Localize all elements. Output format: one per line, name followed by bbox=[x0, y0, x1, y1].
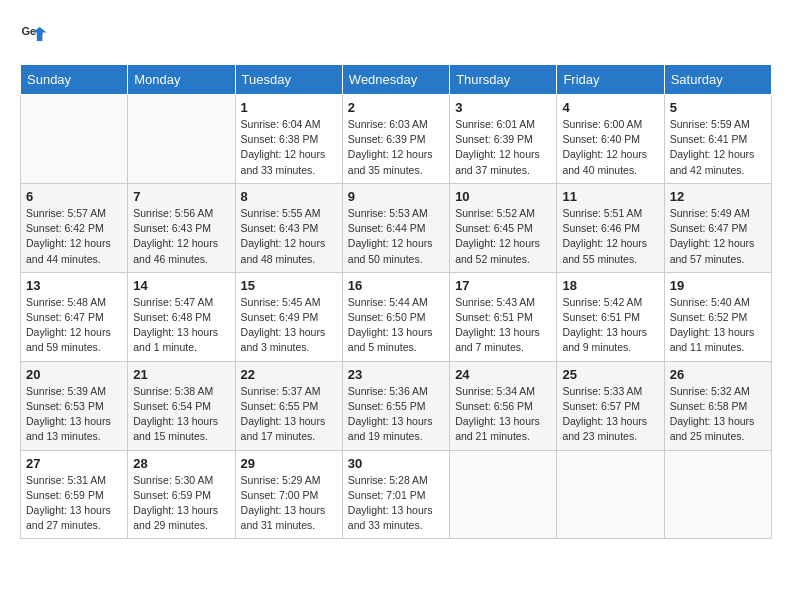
logo: Gen bbox=[20, 20, 52, 48]
day-cell: 7Sunrise: 5:56 AM Sunset: 6:43 PM Daylig… bbox=[128, 183, 235, 272]
day-number: 4 bbox=[562, 100, 658, 115]
day-info: Sunrise: 5:51 AM Sunset: 6:46 PM Dayligh… bbox=[562, 206, 658, 267]
day-cell: 17Sunrise: 5:43 AM Sunset: 6:51 PM Dayli… bbox=[450, 272, 557, 361]
day-cell: 26Sunrise: 5:32 AM Sunset: 6:58 PM Dayli… bbox=[664, 361, 771, 450]
week-row-1: 1Sunrise: 6:04 AM Sunset: 6:38 PM Daylig… bbox=[21, 95, 772, 184]
day-number: 16 bbox=[348, 278, 444, 293]
day-info: Sunrise: 6:04 AM Sunset: 6:38 PM Dayligh… bbox=[241, 117, 337, 178]
day-number: 12 bbox=[670, 189, 766, 204]
day-cell: 1Sunrise: 6:04 AM Sunset: 6:38 PM Daylig… bbox=[235, 95, 342, 184]
day-number: 18 bbox=[562, 278, 658, 293]
day-number: 6 bbox=[26, 189, 122, 204]
day-number: 28 bbox=[133, 456, 229, 471]
day-info: Sunrise: 5:49 AM Sunset: 6:47 PM Dayligh… bbox=[670, 206, 766, 267]
day-info: Sunrise: 5:33 AM Sunset: 6:57 PM Dayligh… bbox=[562, 384, 658, 445]
day-cell: 24Sunrise: 5:34 AM Sunset: 6:56 PM Dayli… bbox=[450, 361, 557, 450]
day-number: 22 bbox=[241, 367, 337, 382]
week-row-3: 13Sunrise: 5:48 AM Sunset: 6:47 PM Dayli… bbox=[21, 272, 772, 361]
day-info: Sunrise: 5:43 AM Sunset: 6:51 PM Dayligh… bbox=[455, 295, 551, 356]
day-cell bbox=[557, 450, 664, 539]
day-cell: 9Sunrise: 5:53 AM Sunset: 6:44 PM Daylig… bbox=[342, 183, 449, 272]
day-info: Sunrise: 5:48 AM Sunset: 6:47 PM Dayligh… bbox=[26, 295, 122, 356]
day-cell bbox=[450, 450, 557, 539]
day-number: 15 bbox=[241, 278, 337, 293]
day-cell: 21Sunrise: 5:38 AM Sunset: 6:54 PM Dayli… bbox=[128, 361, 235, 450]
day-cell: 11Sunrise: 5:51 AM Sunset: 6:46 PM Dayli… bbox=[557, 183, 664, 272]
day-cell: 22Sunrise: 5:37 AM Sunset: 6:55 PM Dayli… bbox=[235, 361, 342, 450]
day-number: 8 bbox=[241, 189, 337, 204]
col-header-wednesday: Wednesday bbox=[342, 65, 449, 95]
day-info: Sunrise: 5:42 AM Sunset: 6:51 PM Dayligh… bbox=[562, 295, 658, 356]
day-info: Sunrise: 5:37 AM Sunset: 6:55 PM Dayligh… bbox=[241, 384, 337, 445]
day-number: 13 bbox=[26, 278, 122, 293]
col-header-saturday: Saturday bbox=[664, 65, 771, 95]
day-cell: 10Sunrise: 5:52 AM Sunset: 6:45 PM Dayli… bbox=[450, 183, 557, 272]
day-cell: 14Sunrise: 5:47 AM Sunset: 6:48 PM Dayli… bbox=[128, 272, 235, 361]
col-header-tuesday: Tuesday bbox=[235, 65, 342, 95]
day-cell: 3Sunrise: 6:01 AM Sunset: 6:39 PM Daylig… bbox=[450, 95, 557, 184]
day-number: 5 bbox=[670, 100, 766, 115]
day-number: 11 bbox=[562, 189, 658, 204]
day-info: Sunrise: 5:47 AM Sunset: 6:48 PM Dayligh… bbox=[133, 295, 229, 356]
day-number: 9 bbox=[348, 189, 444, 204]
day-cell: 4Sunrise: 6:00 AM Sunset: 6:40 PM Daylig… bbox=[557, 95, 664, 184]
day-info: Sunrise: 5:38 AM Sunset: 6:54 PM Dayligh… bbox=[133, 384, 229, 445]
day-info: Sunrise: 5:44 AM Sunset: 6:50 PM Dayligh… bbox=[348, 295, 444, 356]
day-info: Sunrise: 5:32 AM Sunset: 6:58 PM Dayligh… bbox=[670, 384, 766, 445]
calendar-table: SundayMondayTuesdayWednesdayThursdayFrid… bbox=[20, 64, 772, 539]
day-cell: 23Sunrise: 5:36 AM Sunset: 6:55 PM Dayli… bbox=[342, 361, 449, 450]
day-cell: 12Sunrise: 5:49 AM Sunset: 6:47 PM Dayli… bbox=[664, 183, 771, 272]
day-number: 26 bbox=[670, 367, 766, 382]
day-info: Sunrise: 5:57 AM Sunset: 6:42 PM Dayligh… bbox=[26, 206, 122, 267]
day-number: 14 bbox=[133, 278, 229, 293]
day-number: 29 bbox=[241, 456, 337, 471]
col-header-thursday: Thursday bbox=[450, 65, 557, 95]
day-info: Sunrise: 5:56 AM Sunset: 6:43 PM Dayligh… bbox=[133, 206, 229, 267]
day-number: 27 bbox=[26, 456, 122, 471]
day-info: Sunrise: 5:52 AM Sunset: 6:45 PM Dayligh… bbox=[455, 206, 551, 267]
day-cell: 28Sunrise: 5:30 AM Sunset: 6:59 PM Dayli… bbox=[128, 450, 235, 539]
day-cell: 8Sunrise: 5:55 AM Sunset: 6:43 PM Daylig… bbox=[235, 183, 342, 272]
logo-icon: Gen bbox=[20, 20, 48, 48]
day-info: Sunrise: 5:31 AM Sunset: 6:59 PM Dayligh… bbox=[26, 473, 122, 534]
day-info: Sunrise: 5:30 AM Sunset: 6:59 PM Dayligh… bbox=[133, 473, 229, 534]
day-cell: 5Sunrise: 5:59 AM Sunset: 6:41 PM Daylig… bbox=[664, 95, 771, 184]
day-info: Sunrise: 6:00 AM Sunset: 6:40 PM Dayligh… bbox=[562, 117, 658, 178]
day-cell bbox=[664, 450, 771, 539]
day-number: 3 bbox=[455, 100, 551, 115]
day-number: 10 bbox=[455, 189, 551, 204]
day-cell: 29Sunrise: 5:29 AM Sunset: 7:00 PM Dayli… bbox=[235, 450, 342, 539]
day-cell bbox=[21, 95, 128, 184]
day-cell: 19Sunrise: 5:40 AM Sunset: 6:52 PM Dayli… bbox=[664, 272, 771, 361]
week-row-4: 20Sunrise: 5:39 AM Sunset: 6:53 PM Dayli… bbox=[21, 361, 772, 450]
day-number: 1 bbox=[241, 100, 337, 115]
day-number: 24 bbox=[455, 367, 551, 382]
day-cell: 25Sunrise: 5:33 AM Sunset: 6:57 PM Dayli… bbox=[557, 361, 664, 450]
day-cell: 27Sunrise: 5:31 AM Sunset: 6:59 PM Dayli… bbox=[21, 450, 128, 539]
day-info: Sunrise: 6:01 AM Sunset: 6:39 PM Dayligh… bbox=[455, 117, 551, 178]
day-info: Sunrise: 6:03 AM Sunset: 6:39 PM Dayligh… bbox=[348, 117, 444, 178]
day-cell: 6Sunrise: 5:57 AM Sunset: 6:42 PM Daylig… bbox=[21, 183, 128, 272]
day-number: 23 bbox=[348, 367, 444, 382]
col-header-friday: Friday bbox=[557, 65, 664, 95]
day-cell bbox=[128, 95, 235, 184]
col-header-sunday: Sunday bbox=[21, 65, 128, 95]
day-number: 7 bbox=[133, 189, 229, 204]
week-row-2: 6Sunrise: 5:57 AM Sunset: 6:42 PM Daylig… bbox=[21, 183, 772, 272]
day-info: Sunrise: 5:40 AM Sunset: 6:52 PM Dayligh… bbox=[670, 295, 766, 356]
day-cell: 20Sunrise: 5:39 AM Sunset: 6:53 PM Dayli… bbox=[21, 361, 128, 450]
day-info: Sunrise: 5:53 AM Sunset: 6:44 PM Dayligh… bbox=[348, 206, 444, 267]
day-number: 21 bbox=[133, 367, 229, 382]
day-info: Sunrise: 5:59 AM Sunset: 6:41 PM Dayligh… bbox=[670, 117, 766, 178]
day-number: 2 bbox=[348, 100, 444, 115]
day-info: Sunrise: 5:39 AM Sunset: 6:53 PM Dayligh… bbox=[26, 384, 122, 445]
day-info: Sunrise: 5:36 AM Sunset: 6:55 PM Dayligh… bbox=[348, 384, 444, 445]
day-cell: 30Sunrise: 5:28 AM Sunset: 7:01 PM Dayli… bbox=[342, 450, 449, 539]
day-info: Sunrise: 5:55 AM Sunset: 6:43 PM Dayligh… bbox=[241, 206, 337, 267]
day-cell: 13Sunrise: 5:48 AM Sunset: 6:47 PM Dayli… bbox=[21, 272, 128, 361]
day-number: 30 bbox=[348, 456, 444, 471]
day-number: 19 bbox=[670, 278, 766, 293]
day-number: 20 bbox=[26, 367, 122, 382]
week-row-5: 27Sunrise: 5:31 AM Sunset: 6:59 PM Dayli… bbox=[21, 450, 772, 539]
day-cell: 2Sunrise: 6:03 AM Sunset: 6:39 PM Daylig… bbox=[342, 95, 449, 184]
